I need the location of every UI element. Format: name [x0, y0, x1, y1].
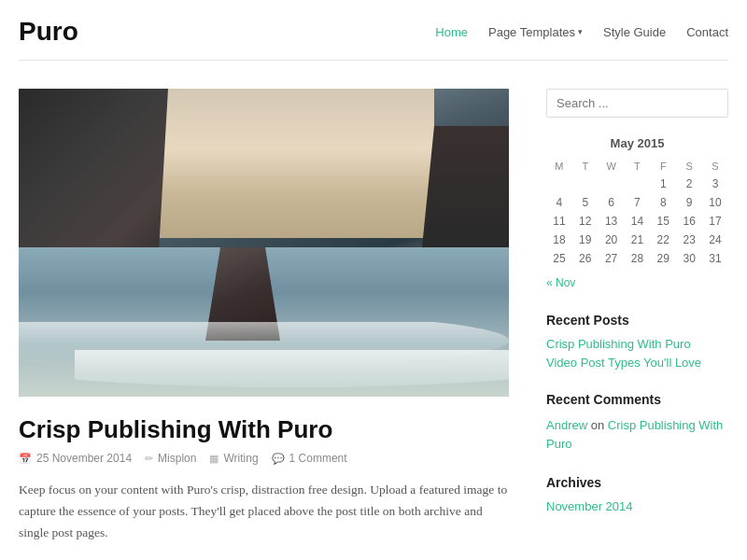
cal-day-header: S: [702, 158, 728, 175]
grid-icon: ▦: [209, 453, 218, 465]
calendar-day[interactable]: 15: [650, 212, 676, 231]
calendar-day: [572, 175, 599, 193]
archive-link-1[interactable]: November 2014: [546, 499, 728, 513]
archives-title: Archives: [546, 475, 728, 490]
calendar-day[interactable]: 22: [650, 231, 676, 249]
cal-day-header: T: [572, 158, 599, 175]
post-excerpt: Keep focus on your content with Puro's c…: [19, 480, 509, 544]
cal-day-header: W: [599, 158, 625, 175]
cal-day-header: M: [546, 158, 572, 175]
calendar-day[interactable]: 12: [572, 212, 599, 231]
calendar-icon: 📅: [19, 453, 32, 465]
calendar-day: [546, 175, 572, 193]
calendar-day[interactable]: 8: [650, 193, 676, 212]
calendar-day[interactable]: 31: [702, 249, 728, 268]
calendar-day[interactable]: 27: [599, 249, 625, 268]
post-category: ▦ Writing: [209, 452, 258, 465]
calendar-day[interactable]: 25: [546, 249, 572, 268]
comment-on-text: on: [591, 418, 608, 432]
calendar-day[interactable]: 17: [702, 212, 728, 231]
calendar-day[interactable]: 1: [650, 175, 676, 193]
calendar-day[interactable]: 2: [676, 175, 702, 193]
calendar-day[interactable]: 21: [625, 231, 651, 249]
calendar-day[interactable]: 29: [650, 249, 676, 268]
recent-post-link-2[interactable]: Video Post Types You'll Love: [546, 356, 728, 370]
calendar-day[interactable]: 10: [702, 193, 728, 212]
post-meta: 📅 25 November 2014 ✏ Misplon ▦ Writing 💬…: [19, 452, 509, 465]
calendar-day[interactable]: 13: [599, 212, 625, 231]
recent-post-link-1[interactable]: Crisp Publishing With Puro: [546, 337, 728, 351]
post-title: Crisp Publishing With Puro: [19, 415, 509, 444]
calendar-day[interactable]: 9: [676, 193, 702, 212]
nav-contact[interactable]: Contact: [686, 25, 728, 39]
comment-icon: 💬: [272, 453, 285, 465]
calendar-day: [625, 175, 651, 193]
calendar-day[interactable]: 5: [572, 193, 599, 212]
calendar-day[interactable]: 7: [625, 193, 651, 212]
post-author: ✏ Misplon: [145, 452, 196, 465]
calendar-day[interactable]: 16: [676, 212, 702, 231]
recent-comments-title: Recent Comments: [546, 392, 728, 407]
calendar-day[interactable]: 6: [599, 193, 625, 212]
recent-posts-section: Recent Posts Crisp Publishing With Puro …: [546, 313, 728, 370]
site-title: Puro: [19, 17, 78, 47]
featured-image: [19, 89, 509, 397]
main-nav: Home Page Templates ▾ Style Guide Contac…: [435, 25, 728, 39]
main-content: Crisp Publishing With Puro 📅 25 November…: [19, 89, 509, 544]
recent-comments-section: Recent Comments Andrew on Crisp Publishi…: [546, 392, 728, 453]
sidebar: May 2015 M T W T F S S 1: [546, 89, 728, 544]
nav-page-templates[interactable]: Page Templates ▾: [488, 25, 583, 39]
cal-day-header: T: [625, 158, 651, 175]
calendar-day[interactable]: 3: [702, 175, 728, 193]
cal-day-header: F: [650, 158, 676, 175]
calendar-day[interactable]: 26: [572, 249, 599, 268]
dropdown-arrow-icon: ▾: [578, 27, 583, 36]
calendar-grid: M T W T F S S 12345678910111213141516171…: [546, 158, 728, 268]
post-date: 📅 25 November 2014: [19, 452, 132, 465]
archives-section: Archives November 2014: [546, 475, 728, 513]
calendar-day[interactable]: 20: [599, 231, 625, 249]
calendar-day[interactable]: 14: [625, 212, 651, 231]
recent-posts-title: Recent Posts: [546, 313, 728, 328]
calendar-prev-link[interactable]: « Nov: [546, 276, 575, 289]
calendar-day[interactable]: 23: [676, 231, 702, 249]
calendar-day[interactable]: 30: [676, 249, 702, 268]
calendar-day[interactable]: 18: [546, 231, 572, 249]
calendar-day[interactable]: 28: [625, 249, 651, 268]
commenter-link[interactable]: Andrew: [546, 418, 587, 432]
calendar-month: May 2015: [546, 136, 728, 150]
search-input[interactable]: [546, 89, 728, 118]
recent-comment-item: Andrew on Crisp Publishing With Puro: [546, 416, 728, 453]
calendar-day[interactable]: 19: [572, 231, 599, 249]
cal-day-header: S: [676, 158, 702, 175]
calendar-day[interactable]: 4: [546, 193, 572, 212]
pencil-icon: ✏: [145, 453, 153, 465]
calendar-day: [599, 175, 625, 193]
calendar-day[interactable]: 24: [702, 231, 728, 249]
calendar-day[interactable]: 11: [546, 212, 572, 231]
calendar: May 2015 M T W T F S S 1: [546, 136, 728, 290]
post-comments: 💬 1 Comment: [272, 452, 347, 465]
nav-home[interactable]: Home: [435, 25, 468, 39]
nav-style-guide[interactable]: Style Guide: [603, 25, 666, 39]
